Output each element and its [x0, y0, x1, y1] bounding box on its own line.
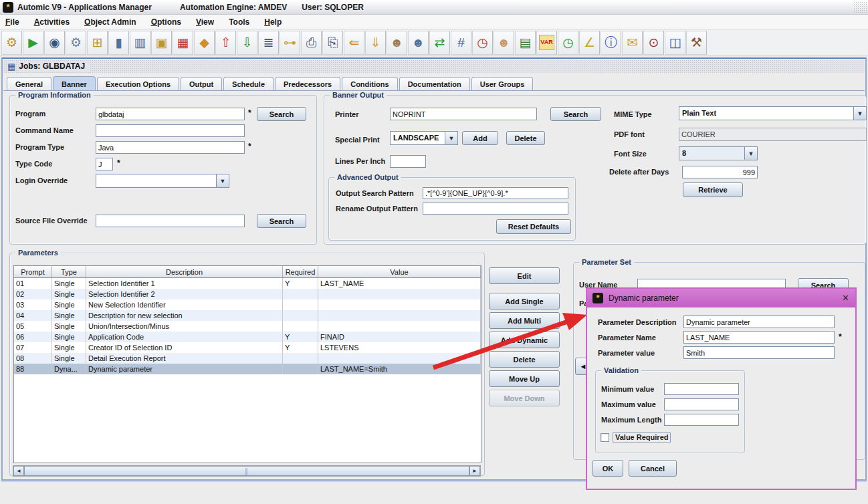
- tab-banner[interactable]: Banner: [53, 76, 96, 90]
- mime-type-combo[interactable]: Plain Text ▼: [679, 106, 867, 120]
- db-import-icon[interactable]: ⇧: [215, 31, 236, 55]
- ok-button[interactable]: OK: [592, 460, 623, 477]
- login-override-arrow-icon[interactable]: ▼: [216, 174, 229, 187]
- login-override-combo[interactable]: ▼: [96, 174, 229, 188]
- value-required-checkbox[interactable]: [601, 433, 609, 442]
- menu-activities[interactable]: Activities: [34, 17, 70, 27]
- process-flow-icon[interactable]: ⊞: [87, 31, 108, 55]
- delete-button[interactable]: Delete: [489, 351, 560, 368]
- source-file-override-input[interactable]: [96, 215, 245, 227]
- add-dynamic-button[interactable]: Add Dynamic: [489, 332, 560, 348]
- edit-button[interactable]: Edit: [489, 267, 560, 284]
- view-output-icon[interactable]: ◉: [44, 31, 65, 55]
- task-clock-icon[interactable]: ◫: [665, 31, 685, 55]
- table-row-01[interactable]: 01SingleSelection Identifier 1YLAST_NAME: [14, 278, 481, 289]
- import-stack-icon[interactable]: ⇓: [365, 31, 386, 55]
- dialog-close-icon[interactable]: ×: [843, 293, 849, 303]
- elapsed-time-icon[interactable]: ◷: [558, 31, 578, 55]
- jobs-window-titlebar[interactable]: ▦ Jobs: GLBDATAJ: [3, 59, 865, 73]
- user-profile-icon[interactable]: ☻: [408, 31, 429, 55]
- maximum-length-input[interactable]: [664, 414, 739, 426]
- move-up-button[interactable]: Move Up: [489, 370, 560, 387]
- command-name-input[interactable]: [96, 124, 245, 137]
- table-row-88[interactable]: 88Dyna...Dynamic parameterLAST_NAME=Smit…: [14, 364, 481, 374]
- menu-help[interactable]: Help: [264, 17, 282, 27]
- gantt-chart-icon[interactable]: ▤: [515, 31, 536, 55]
- source-file-search-button[interactable]: Search: [257, 214, 306, 228]
- program-input[interactable]: [96, 108, 245, 120]
- agent-group-icon[interactable]: ▥: [130, 31, 150, 55]
- mime-type-arrow-icon[interactable]: ▼: [853, 107, 866, 120]
- special-print-arrow-icon[interactable]: ▼: [445, 132, 457, 144]
- menu-object-admin[interactable]: Object Admin: [84, 17, 136, 27]
- delete-after-days-input[interactable]: [682, 166, 758, 178]
- table-row-07[interactable]: 07SingleCreator ID of Selection IDYLSTEV…: [14, 342, 481, 353]
- forecast-icon[interactable]: ∠: [579, 31, 600, 55]
- run-icon[interactable]: ▶: [23, 31, 43, 55]
- submit-process-icon[interactable]: ⚙: [1, 31, 22, 55]
- print-copies-icon[interactable]: ⎘: [322, 31, 343, 55]
- special-print-combo[interactable]: LANDSCAPE ▼: [390, 131, 458, 145]
- program-type-input[interactable]: [96, 141, 245, 154]
- cancel-button[interactable]: Cancel: [629, 460, 677, 477]
- program-search-button[interactable]: Search: [257, 107, 306, 121]
- scrollbar-thumb[interactable]: ║: [24, 466, 469, 476]
- user-sequence-icon[interactable]: ☻: [387, 31, 407, 55]
- font-size-combo[interactable]: 8 ▼: [679, 146, 758, 160]
- scroll-right-icon[interactable]: ►: [469, 466, 480, 476]
- tab-execution-options[interactable]: Execution Options: [97, 77, 179, 90]
- agent-icon[interactable]: ▮: [108, 31, 129, 55]
- db-export-icon[interactable]: ⇩: [237, 31, 257, 55]
- parameter-description-input[interactable]: [683, 316, 835, 328]
- objects-icon[interactable]: ◆: [194, 31, 215, 55]
- mail-icon[interactable]: ✉: [622, 31, 643, 55]
- table-row-08[interactable]: 08SingleDetail Execution Report: [14, 353, 481, 364]
- tab-conditions[interactable]: Conditions: [342, 77, 397, 90]
- lines-per-inch-input[interactable]: [390, 155, 426, 168]
- column-header-description[interactable]: Description: [86, 266, 283, 277]
- menu-tools[interactable]: Tools: [229, 17, 249, 27]
- print-icon[interactable]: ⎙: [301, 31, 322, 55]
- type-code-input[interactable]: [96, 158, 113, 170]
- variables-icon[interactable]: VAR: [536, 31, 557, 55]
- dialog-titlebar[interactable]: * Dynamic parameter ×: [587, 289, 855, 307]
- table-row-03[interactable]: 03SingleNew Selection Identifier: [14, 299, 481, 310]
- add-multi-button[interactable]: Add Multi: [489, 312, 560, 329]
- object-settings-icon[interactable]: ⚙: [66, 31, 86, 55]
- table-row-04[interactable]: 04SingleDescription for new selection: [14, 310, 481, 321]
- applications-folder-icon[interactable]: ▣: [151, 31, 172, 55]
- calendar-icon[interactable]: ▦: [173, 31, 193, 55]
- chain-number-icon[interactable]: #: [451, 31, 471, 55]
- parameters-hscrollbar[interactable]: ◄ ║ ►: [13, 465, 481, 477]
- audit-search-icon[interactable]: ⊙: [643, 31, 664, 55]
- minimum-value-input[interactable]: [664, 383, 739, 395]
- xpath-reference-icon[interactable]: ≣: [258, 31, 279, 55]
- column-header-prompt[interactable]: Prompt: [14, 266, 52, 277]
- key-icon[interactable]: ⊶: [280, 31, 300, 55]
- table-row-05[interactable]: 05SingleUnion/Intersection/Minus: [14, 321, 481, 332]
- retrieve-button[interactable]: Retrieve: [683, 182, 743, 197]
- maximum-value-input[interactable]: [664, 398, 739, 410]
- tab-documentation[interactable]: Documentation: [399, 77, 470, 90]
- scroll-left-icon[interactable]: ◄: [13, 466, 24, 476]
- export-window-icon[interactable]: ⇚: [344, 31, 364, 55]
- menu-file[interactable]: File: [5, 17, 19, 27]
- table-row-02[interactable]: 02SingleSelection Identifier 2: [14, 289, 481, 299]
- column-header-required[interactable]: Required: [283, 266, 318, 277]
- document-info-icon[interactable]: ⓘ: [601, 31, 621, 55]
- column-header-type[interactable]: Type: [52, 266, 86, 277]
- tab-general[interactable]: General: [7, 77, 51, 90]
- add-single-button[interactable]: Add Single: [489, 293, 560, 309]
- parameter-name-input[interactable]: [683, 331, 835, 344]
- tab-output[interactable]: Output: [181, 77, 222, 90]
- admin-tools-icon[interactable]: ⚒: [686, 31, 707, 55]
- document-transfer-icon[interactable]: ⇄: [429, 31, 450, 55]
- tab-schedule[interactable]: Schedule: [223, 77, 274, 90]
- table-row-06[interactable]: 06SingleApplication CodeYFINAID: [14, 332, 481, 342]
- menu-options[interactable]: Options: [151, 17, 181, 27]
- user-icon[interactable]: ☻: [494, 31, 514, 55]
- schedule-alarm-icon[interactable]: ◷: [472, 31, 493, 55]
- parameter-value-input[interactable]: [683, 346, 835, 359]
- column-header-value[interactable]: Value: [318, 266, 481, 277]
- font-size-arrow-icon[interactable]: ▼: [744, 147, 757, 160]
